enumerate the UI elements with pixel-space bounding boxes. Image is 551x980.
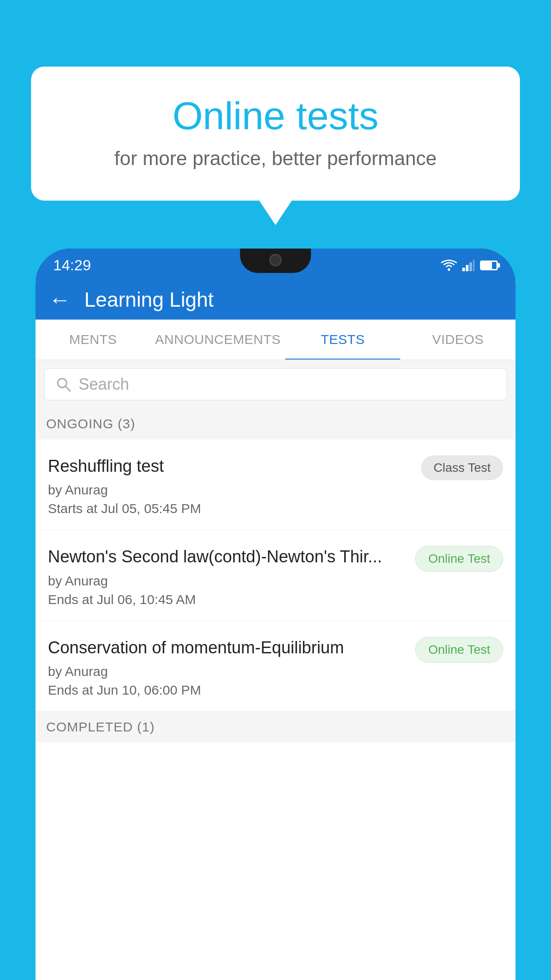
- test-item-2[interactable]: Newton's Second law(contd)-Newton's Thir…: [35, 530, 516, 620]
- test-author-1: by Anurag: [48, 482, 412, 498]
- svg-rect-1: [462, 268, 465, 271]
- wifi-icon: [441, 260, 457, 271]
- status-icons: [441, 260, 498, 271]
- battery-icon: [480, 261, 498, 270]
- svg-rect-4: [473, 260, 475, 271]
- test-title-1: Reshuffling test: [48, 455, 412, 477]
- test-badge-3: Online Test: [415, 637, 503, 663]
- svg-point-0: [448, 268, 450, 271]
- svg-rect-2: [466, 265, 468, 271]
- app-header-title: Learning Light: [84, 288, 214, 312]
- test-item-3[interactable]: Conservation of momentum-Equilibrium by …: [35, 621, 516, 711]
- test-author-3: by Anurag: [48, 664, 406, 679]
- phone-camera: [269, 254, 282, 266]
- phone-frame: 14:29 ← Learning Light: [35, 249, 516, 980]
- speech-bubble: Online tests for more practice, better p…: [31, 67, 520, 201]
- test-info-3: Conservation of momentum-Equilibrium by …: [48, 637, 415, 698]
- test-time-1: Starts at Jul 05, 05:45 PM: [48, 501, 412, 516]
- svg-line-6: [66, 387, 70, 391]
- search-icon: [55, 376, 71, 392]
- test-title-2: Newton's Second law(contd)-Newton's Thir…: [48, 546, 406, 568]
- status-time: 14:29: [53, 257, 91, 274]
- tab-tests[interactable]: TESTS: [285, 320, 401, 360]
- completed-section-header: COMPLETED (1): [35, 711, 516, 743]
- app-header: ← Learning Light: [35, 280, 516, 320]
- tab-announcements[interactable]: ANNOUNCEMENTS: [151, 320, 285, 360]
- speech-bubble-container: Online tests for more practice, better p…: [31, 67, 520, 201]
- ongoing-section-header: ONGOING (3): [35, 408, 516, 439]
- test-author-2: by Anurag: [48, 573, 406, 589]
- test-time-3: Ends at Jun 10, 06:00 PM: [48, 683, 406, 698]
- test-info-1: Reshuffling test by Anurag Starts at Jul…: [48, 455, 421, 516]
- bubble-title: Online tests: [67, 93, 484, 138]
- test-info-2: Newton's Second law(contd)-Newton's Thir…: [48, 546, 415, 607]
- svg-rect-3: [469, 262, 472, 271]
- tab-ments[interactable]: MENTS: [35, 320, 151, 360]
- tab-videos[interactable]: VIDEOS: [400, 320, 516, 360]
- tests-list: Reshuffling test by Anurag Starts at Jul…: [35, 439, 516, 980]
- bubble-subtitle: for more practice, better performance: [67, 147, 484, 170]
- back-button[interactable]: ←: [49, 287, 71, 312]
- signal-icon: [462, 260, 475, 271]
- search-bar[interactable]: Search: [44, 368, 507, 400]
- test-badge-2: Online Test: [415, 546, 503, 572]
- test-badge-1: Class Test: [421, 455, 503, 480]
- test-title-3: Conservation of momentum-Equilibrium: [48, 637, 406, 659]
- phone-notch: [240, 249, 311, 273]
- search-container: Search: [35, 360, 516, 408]
- search-placeholder: Search: [79, 375, 129, 394]
- tabs-container: MENTS ANNOUNCEMENTS TESTS VIDEOS: [35, 320, 516, 360]
- test-time-2: Ends at Jul 06, 10:45 AM: [48, 592, 406, 607]
- test-item-1[interactable]: Reshuffling test by Anurag Starts at Jul…: [35, 439, 516, 530]
- app-content: ← Learning Light MENTS ANNOUNCEMENTS TES…: [35, 280, 516, 980]
